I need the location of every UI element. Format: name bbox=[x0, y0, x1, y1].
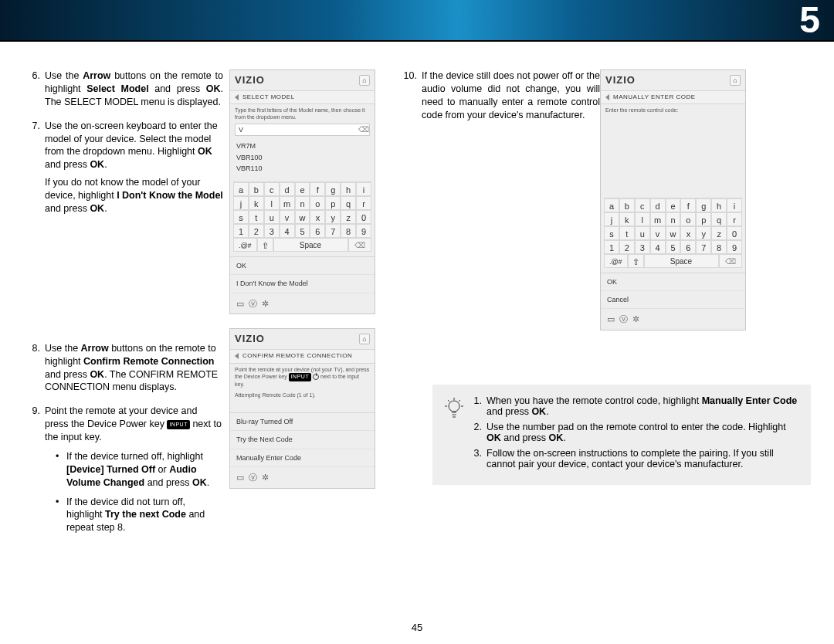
key-space[interactable]: Space bbox=[644, 254, 719, 268]
key-e[interactable]: e bbox=[295, 182, 310, 196]
key-w[interactable]: w bbox=[295, 210, 310, 224]
manually-enter-code-button[interactable]: Manually Enter Code bbox=[230, 449, 375, 467]
key-d[interactable]: d bbox=[280, 182, 295, 196]
key-h[interactable]: h bbox=[711, 198, 727, 212]
home-icon[interactable]: ⌂ bbox=[730, 75, 741, 86]
key-3[interactable]: 3 bbox=[635, 240, 650, 254]
key-r[interactable]: r bbox=[356, 196, 371, 210]
key-m[interactable]: m bbox=[280, 196, 295, 210]
key-i[interactable]: i bbox=[727, 198, 742, 212]
key-l[interactable]: l bbox=[264, 196, 280, 210]
key-1[interactable]: 1 bbox=[233, 224, 249, 238]
try-next-code-button[interactable]: Try the Next Code bbox=[230, 431, 375, 449]
back-icon[interactable] bbox=[235, 94, 239, 100]
list-item[interactable]: VR7M bbox=[236, 141, 368, 151]
key-7[interactable]: 7 bbox=[696, 240, 711, 254]
key-4[interactable]: 4 bbox=[280, 224, 295, 238]
key-backspace[interactable]: ⌫ bbox=[348, 238, 372, 252]
key-s[interactable]: s bbox=[604, 226, 619, 240]
key-r[interactable]: r bbox=[727, 212, 742, 226]
model-dropdown[interactable]: VR7M VBR100 VBR110 bbox=[230, 139, 375, 178]
cancel-button[interactable]: Cancel bbox=[601, 291, 745, 309]
key-c[interactable]: c bbox=[264, 182, 280, 196]
key-j[interactable]: j bbox=[604, 212, 619, 226]
key-backspace[interactable]: ⌫ bbox=[719, 254, 743, 268]
key-b[interactable]: b bbox=[619, 198, 635, 212]
key-3[interactable]: 3 bbox=[264, 224, 280, 238]
key-2[interactable]: 2 bbox=[249, 224, 264, 238]
list-item[interactable]: VBR110 bbox=[236, 163, 368, 174]
key-e[interactable]: e bbox=[666, 198, 681, 212]
sleep-icon[interactable]: ✲ bbox=[262, 299, 270, 308]
key-n[interactable]: n bbox=[295, 196, 310, 210]
sleep-icon[interactable]: ✲ bbox=[262, 473, 270, 482]
key-9[interactable]: 9 bbox=[356, 224, 371, 238]
key-q[interactable]: q bbox=[711, 212, 727, 226]
key-j[interactable]: j bbox=[233, 196, 249, 210]
device-off-button[interactable]: Blu-ray Turned Off bbox=[230, 413, 375, 431]
key-f[interactable]: f bbox=[310, 182, 325, 196]
key-o[interactable]: o bbox=[310, 196, 325, 210]
key-y[interactable]: y bbox=[325, 210, 341, 224]
key-7[interactable]: 7 bbox=[325, 224, 341, 238]
key-q[interactable]: q bbox=[341, 196, 356, 210]
key-u[interactable]: u bbox=[635, 226, 650, 240]
key-f[interactable]: f bbox=[680, 198, 696, 212]
key-4[interactable]: 4 bbox=[650, 240, 666, 254]
key-space[interactable]: Space bbox=[273, 238, 348, 252]
key-k[interactable]: k bbox=[619, 212, 635, 226]
key-8[interactable]: 8 bbox=[341, 224, 356, 238]
key-5[interactable]: 5 bbox=[295, 224, 310, 238]
list-item[interactable]: VBR100 bbox=[236, 152, 368, 163]
key-z[interactable]: z bbox=[711, 226, 727, 240]
key-2[interactable]: 2 bbox=[619, 240, 635, 254]
key-m[interactable]: m bbox=[650, 212, 666, 226]
cc-icon[interactable]: ⓥ bbox=[249, 299, 259, 308]
home-icon[interactable]: ⌂ bbox=[359, 75, 370, 86]
key-9[interactable]: 9 bbox=[727, 240, 742, 254]
key-6[interactable]: 6 bbox=[680, 240, 696, 254]
back-icon[interactable] bbox=[235, 353, 239, 359]
key-s[interactable]: s bbox=[233, 210, 249, 224]
key-8[interactable]: 8 bbox=[711, 240, 727, 254]
wide-icon[interactable]: ▭ bbox=[236, 299, 246, 308]
key-c[interactable]: c bbox=[635, 198, 650, 212]
key-5[interactable]: 5 bbox=[666, 240, 681, 254]
key-x[interactable]: x bbox=[310, 210, 325, 224]
backspace-icon[interactable]: ⌫ bbox=[357, 124, 371, 135]
key-i[interactable]: i bbox=[356, 182, 371, 196]
cc-icon[interactable]: ⓥ bbox=[249, 473, 259, 482]
cc-icon[interactable]: ⓥ bbox=[619, 314, 629, 324]
key-shift[interactable]: ⇧ bbox=[628, 254, 644, 268]
key-k[interactable]: k bbox=[249, 196, 264, 210]
key-h[interactable]: h bbox=[341, 182, 356, 196]
key-a[interactable]: a bbox=[233, 182, 249, 196]
key-symbols[interactable]: .@# bbox=[604, 254, 628, 268]
key-n[interactable]: n bbox=[666, 212, 681, 226]
key-0[interactable]: 0 bbox=[727, 226, 742, 240]
dont-know-model-button[interactable]: I Don't Know the Model bbox=[230, 275, 375, 293]
key-l[interactable]: l bbox=[635, 212, 650, 226]
sleep-icon[interactable]: ✲ bbox=[632, 314, 641, 324]
model-input[interactable]: V ⌫ bbox=[235, 124, 370, 136]
key-o[interactable]: o bbox=[680, 212, 696, 226]
key-z[interactable]: z bbox=[341, 210, 356, 224]
key-p[interactable]: p bbox=[325, 196, 341, 210]
key-y[interactable]: y bbox=[696, 226, 711, 240]
key-d[interactable]: d bbox=[650, 198, 666, 212]
key-p[interactable]: p bbox=[696, 212, 711, 226]
key-t[interactable]: t bbox=[249, 210, 264, 224]
key-symbols[interactable]: .@# bbox=[233, 238, 257, 252]
key-v[interactable]: v bbox=[650, 226, 666, 240]
key-1[interactable]: 1 bbox=[604, 240, 619, 254]
key-shift[interactable]: ⇧ bbox=[257, 238, 273, 252]
home-icon[interactable]: ⌂ bbox=[359, 334, 370, 344]
wide-icon[interactable]: ▭ bbox=[236, 473, 246, 482]
ok-button[interactable]: OK bbox=[230, 257, 375, 275]
key-u[interactable]: u bbox=[264, 210, 280, 224]
onscreen-keyboard[interactable]: abcdefghijklmnopqrstuvwxyz0123456789.@#⇧… bbox=[233, 181, 371, 252]
key-0[interactable]: 0 bbox=[356, 210, 371, 224]
ok-button[interactable]: OK bbox=[601, 273, 745, 291]
back-icon[interactable] bbox=[605, 94, 609, 100]
wide-icon[interactable]: ▭ bbox=[607, 314, 616, 324]
